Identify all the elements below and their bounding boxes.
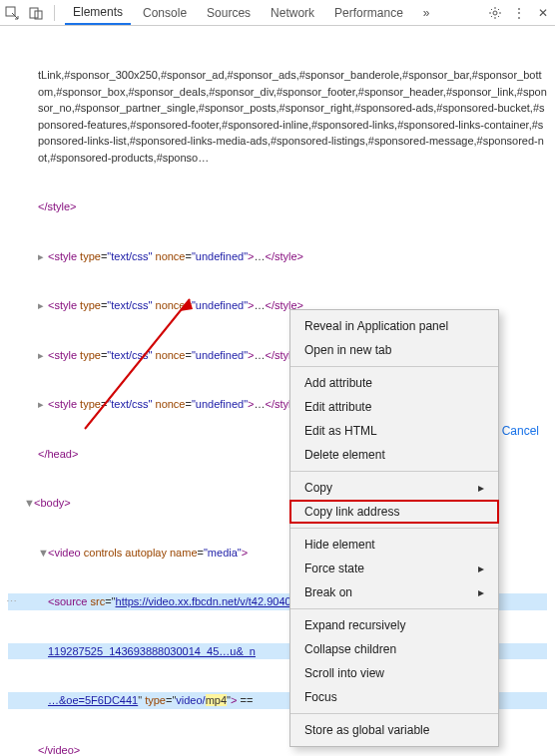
menu-add-attr[interactable]: Add attribute <box>290 371 498 395</box>
menu-reveal-panel[interactable]: Reveal in Application panel <box>290 314 498 338</box>
menu-force-state[interactable]: Force state▸ <box>290 557 498 580</box>
tab-sources[interactable]: Sources <box>199 2 259 24</box>
menu-store-global[interactable]: Store as global variable <box>290 718 498 742</box>
devtools-toolbar: Elements Console Sources Network Perform… <box>0 0 555 26</box>
device-icon[interactable] <box>28 5 44 21</box>
close-icon[interactable]: ✕ <box>535 5 551 21</box>
menu-break-on[interactable]: Break on▸ <box>290 580 498 604</box>
menu-separator <box>290 528 498 529</box>
menu-edit-attr[interactable]: Edit attribute <box>290 395 498 419</box>
menu-delete[interactable]: Delete element <box>290 443 498 467</box>
tab-performance[interactable]: Performance <box>326 2 411 24</box>
svg-rect-1 <box>30 8 38 18</box>
cancel-link[interactable]: Cancel <box>496 422 545 440</box>
menu-separator <box>290 608 498 609</box>
close-style[interactable]: </style> <box>8 198 547 215</box>
inspect-icon[interactable] <box>4 5 20 21</box>
submenu-arrow-icon: ▸ <box>478 562 484 575</box>
svg-point-3 <box>493 11 497 15</box>
css-block[interactable]: tLink,#sponsor_300x250,#sponsor_ad,#spon… <box>8 67 547 166</box>
style-row[interactable]: ▸<style type="text/css" nonce="undefined… <box>8 248 547 265</box>
menu-edit-html[interactable]: Edit as HTML <box>290 419 498 443</box>
tab-network[interactable]: Network <box>263 2 322 24</box>
menu-collapse[interactable]: Collapse children <box>290 637 498 661</box>
submenu-arrow-icon: ▸ <box>478 481 484 495</box>
menu-copy-link-address[interactable]: Copy link address <box>289 500 499 524</box>
menu-scroll[interactable]: Scroll into view <box>290 661 498 685</box>
toolbar-right: ⋮ ✕ <box>487 5 551 21</box>
tab-console[interactable]: Console <box>135 2 195 24</box>
menu-separator <box>290 713 498 714</box>
kebab-icon[interactable]: ⋮ <box>511 5 527 21</box>
toolbar-left: Elements Console Sources Network Perform… <box>4 1 438 25</box>
menu-focus[interactable]: Focus <box>290 685 498 709</box>
context-menu: Reveal in Application panel Open in new … <box>289 309 499 747</box>
menu-separator <box>290 366 498 367</box>
menu-copy[interactable]: Copy▸ <box>290 476 498 500</box>
menu-hide[interactable]: Hide element <box>290 533 498 557</box>
tab-more[interactable]: » <box>415 2 438 24</box>
devtools-tabs: Elements Console Sources Network Perform… <box>65 1 438 25</box>
gear-icon[interactable] <box>487 5 503 21</box>
tab-elements[interactable]: Elements <box>65 1 131 25</box>
menu-expand[interactable]: Expand recursively <box>290 613 498 637</box>
menu-open-tab[interactable]: Open in new tab <box>290 338 498 362</box>
menu-separator <box>290 471 498 472</box>
separator <box>54 5 55 21</box>
submenu-arrow-icon: ▸ <box>478 585 484 599</box>
